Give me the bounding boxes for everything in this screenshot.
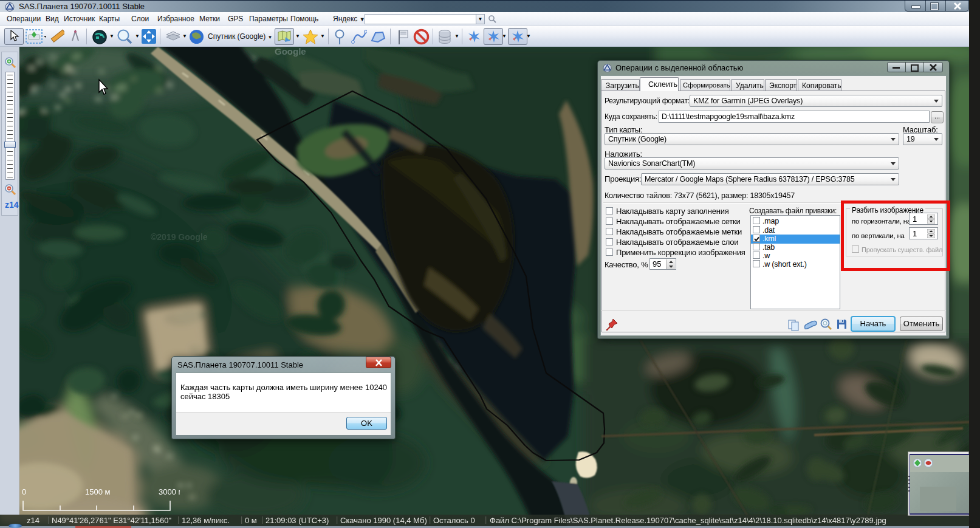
svg-text:Google: Google [275,46,306,57]
svg-text:©2019 Google: ©2019 Google [151,232,208,242]
svg-text:0: 0 [22,487,26,496]
svg-text:1500 м: 1500 м [85,487,111,496]
svg-text:3000 м: 3000 м [159,487,180,496]
